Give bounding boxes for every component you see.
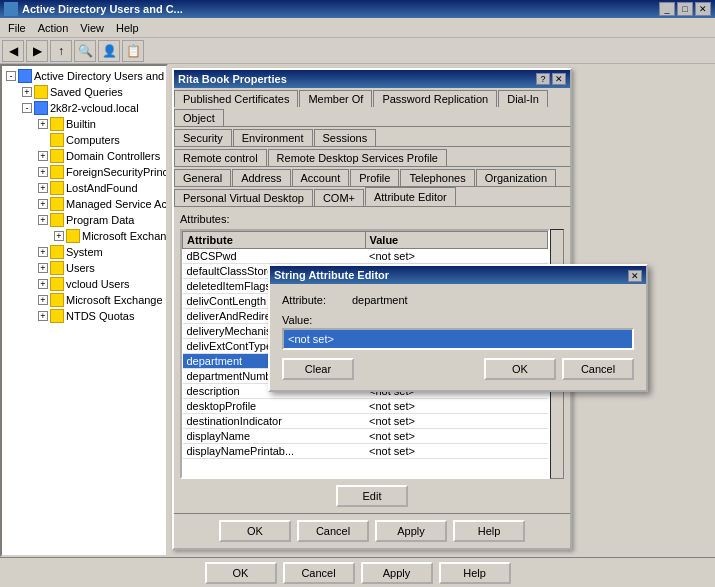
cancel-button[interactable]: Cancel bbox=[297, 520, 369, 542]
user-button[interactable]: 👤 bbox=[98, 40, 120, 62]
str-attr-cancel-button[interactable]: Cancel bbox=[562, 358, 634, 380]
props-help-button[interactable]: ? bbox=[536, 73, 550, 85]
expand-system[interactable]: + bbox=[38, 247, 48, 257]
expand-saved[interactable]: + bbox=[22, 87, 32, 97]
tree-item-builtin[interactable]: + Builtin bbox=[36, 116, 164, 132]
str-attr-ok-button[interactable]: OK bbox=[484, 358, 556, 380]
expand-ntds[interactable]: + bbox=[38, 311, 48, 321]
tree-expand-root[interactable]: - bbox=[6, 71, 16, 81]
tab-security[interactable]: Security bbox=[174, 129, 232, 146]
folder-builtin-icon bbox=[50, 117, 64, 131]
up-button[interactable]: ↑ bbox=[50, 40, 72, 62]
tab-organization[interactable]: Organization bbox=[476, 169, 556, 186]
tab-member-of[interactable]: Member Of bbox=[299, 90, 372, 107]
tree-item-lostandfound[interactable]: + LostAndFound bbox=[36, 180, 164, 196]
tree-item-dc[interactable]: + Domain Controllers bbox=[36, 148, 164, 164]
str-attr-close-button[interactable]: ✕ bbox=[628, 270, 642, 282]
menu-action[interactable]: Action bbox=[32, 20, 75, 36]
app-title-bar: Active Directory Users and C... _ □ ✕ bbox=[0, 0, 715, 18]
tab-attribute-editor[interactable]: Attribute Editor bbox=[365, 187, 456, 206]
tree-item-managed[interactable]: + Managed Service Acco... bbox=[36, 196, 164, 212]
expand-laf[interactable]: + bbox=[38, 183, 48, 193]
tab-dial-in[interactable]: Dial-In bbox=[498, 90, 548, 107]
back-button[interactable]: ◀ bbox=[2, 40, 24, 62]
tree-item-saved-queries[interactable]: + Saved Queries bbox=[20, 84, 164, 100]
properties-button[interactable]: 📋 bbox=[122, 40, 144, 62]
menu-view[interactable]: View bbox=[74, 20, 110, 36]
attr-value-cell: <not set> bbox=[365, 444, 548, 459]
tab-object[interactable]: Object bbox=[174, 109, 224, 126]
props-window-controls: ? ✕ bbox=[536, 73, 566, 85]
str-attr-input[interactable] bbox=[282, 328, 634, 350]
expand-mse2[interactable]: + bbox=[38, 295, 48, 305]
col-attribute: Attribute bbox=[183, 232, 366, 249]
table-row[interactable]: destinationIndicator<not set> bbox=[183, 414, 548, 429]
expand-2k8r2[interactable]: - bbox=[22, 103, 32, 113]
menu-file[interactable]: File bbox=[2, 20, 32, 36]
maximize-button[interactable]: □ bbox=[677, 2, 693, 16]
tab-published-certs[interactable]: Published Certificates bbox=[174, 90, 298, 107]
expand-foreign[interactable]: + bbox=[38, 167, 48, 177]
tab-row-4: General Address Account Profile Telephon… bbox=[174, 167, 570, 187]
tab-sessions[interactable]: Sessions bbox=[314, 129, 377, 146]
help-button[interactable]: Help bbox=[453, 520, 525, 542]
expand-managed[interactable]: + bbox=[38, 199, 48, 209]
tab-rdp[interactable]: Remote Desktop Services Profile bbox=[268, 149, 447, 166]
tree-item-system[interactable]: + System bbox=[36, 244, 164, 260]
tree-item-ms-exchange[interactable]: + Microsoft Exchange S... bbox=[52, 228, 164, 244]
bottom-help-button[interactable]: Help bbox=[439, 562, 511, 584]
str-attr-clear-button[interactable]: Clear bbox=[282, 358, 354, 380]
tab-profile[interactable]: Profile bbox=[350, 169, 399, 186]
tree-item-vcloud-users[interactable]: + vcloud Users bbox=[36, 276, 164, 292]
tab-environment[interactable]: Environment bbox=[233, 129, 313, 146]
label-mse2: Microsoft Exchange S... bbox=[66, 294, 168, 306]
tree-item-ms-exchange2[interactable]: + Microsoft Exchange S... bbox=[36, 292, 164, 308]
tab-telephones[interactable]: Telephones bbox=[400, 169, 474, 186]
tab-account[interactable]: Account bbox=[292, 169, 350, 186]
label-system: System bbox=[66, 246, 103, 258]
tab-remote-control[interactable]: Remote control bbox=[174, 149, 267, 166]
left-panel: - Active Directory Users and Co + Saved … bbox=[0, 64, 168, 557]
folder-saved-icon bbox=[34, 85, 48, 99]
minimize-button[interactable]: _ bbox=[659, 2, 675, 16]
forward-button[interactable]: ▶ bbox=[26, 40, 48, 62]
props-close-button[interactable]: ✕ bbox=[552, 73, 566, 85]
tree-item-program-data[interactable]: + Program Data bbox=[36, 212, 164, 228]
expand-users[interactable]: + bbox=[38, 263, 48, 273]
expand-pd[interactable]: + bbox=[38, 215, 48, 225]
ok-button[interactable]: OK bbox=[219, 520, 291, 542]
expand-dc[interactable]: + bbox=[38, 151, 48, 161]
table-row[interactable]: displayNamePrintab...<not set> bbox=[183, 444, 548, 459]
attr-name-cell: destinationIndicator bbox=[183, 414, 366, 429]
bottom-apply-button[interactable]: Apply bbox=[361, 562, 433, 584]
search-button[interactable]: 🔍 bbox=[74, 40, 96, 62]
str-attr-title-bar: String Attribute Editor ✕ bbox=[270, 266, 646, 284]
tree-item-computers[interactable]: Computers bbox=[36, 132, 164, 148]
table-row[interactable]: dBCSPwd<not set> bbox=[183, 249, 548, 264]
tab-general[interactable]: General bbox=[174, 169, 231, 186]
table-row[interactable]: displayName<not set> bbox=[183, 429, 548, 444]
tab-com-plus[interactable]: COM+ bbox=[314, 189, 364, 206]
tab-personal-vd[interactable]: Personal Virtual Desktop bbox=[174, 189, 313, 206]
label-pd: Program Data bbox=[66, 214, 134, 226]
tree-root-label: Active Directory Users and Co bbox=[34, 70, 168, 82]
folder-computers-icon bbox=[50, 133, 64, 147]
tab-password-replication[interactable]: Password Replication bbox=[373, 90, 497, 107]
close-button[interactable]: ✕ bbox=[695, 2, 711, 16]
tree-item-foreign[interactable]: + ForeignSecurityPrincip... bbox=[36, 164, 164, 180]
table-row[interactable]: desktopProfile<not set> bbox=[183, 399, 548, 414]
apply-button[interactable]: Apply bbox=[375, 520, 447, 542]
tree-root-item[interactable]: - Active Directory Users and Co bbox=[4, 68, 164, 84]
expand-vcu[interactable]: + bbox=[38, 279, 48, 289]
edit-button[interactable]: Edit bbox=[336, 485, 408, 507]
menu-help[interactable]: Help bbox=[110, 20, 145, 36]
bottom-ok-button[interactable]: OK bbox=[205, 562, 277, 584]
expand-mse[interactable]: + bbox=[54, 231, 64, 241]
tree-item-ntds[interactable]: + NTDS Quotas bbox=[36, 308, 164, 324]
expand-builtin[interactable]: + bbox=[38, 119, 48, 129]
tree-item-2k8r2[interactable]: - 2k8r2-vcloud.local bbox=[20, 100, 164, 116]
tab-address[interactable]: Address bbox=[232, 169, 290, 186]
bottom-cancel-button[interactable]: Cancel bbox=[283, 562, 355, 584]
tree-item-users[interactable]: + Users bbox=[36, 260, 164, 276]
props-title-bar: Rita Book Properties ? ✕ bbox=[174, 70, 570, 88]
